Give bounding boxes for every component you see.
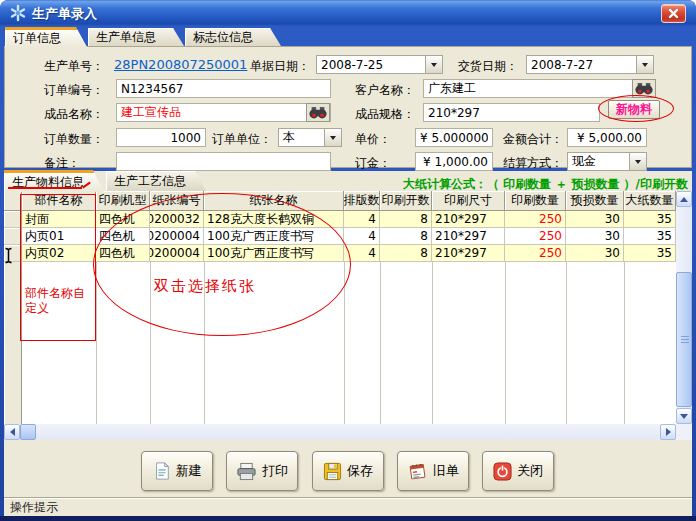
titlebar: 生产单录入 (0, 0, 696, 26)
production-no-value[interactable]: 28PN200807250001 (114, 57, 247, 72)
product-spec-input[interactable] (423, 103, 600, 122)
delivery-date-label: 交货日期： (458, 58, 518, 75)
scroll-right-button[interactable] (660, 424, 676, 440)
tab-flag-info[interactable]: 标志位信息 (185, 28, 281, 46)
order-qty-label: 订单数量： (44, 131, 104, 148)
product-lookup-button[interactable] (306, 103, 330, 122)
amount-label: 金额合计： (503, 131, 563, 148)
product-spec-label: 成品规格： (355, 106, 415, 123)
row-selector[interactable] (4, 211, 22, 228)
order-no-input[interactable] (116, 79, 331, 98)
amount-input[interactable] (567, 128, 647, 147)
col-header-layout-num[interactable]: 排版数 (344, 191, 380, 211)
old-order-button[interactable]: 旧单 (397, 451, 469, 491)
tab-order-info[interactable]: 订单信息 (5, 27, 87, 47)
deposit-label: 订金： (355, 155, 391, 172)
new-material-button[interactable]: 新物料 (608, 100, 660, 119)
order-unit-label: 订单单位： (212, 131, 272, 148)
customer-lookup-button[interactable] (632, 79, 656, 98)
close-window-button[interactable] (661, 4, 686, 23)
production-order-window: 生产单录入 订单信息 生产单信息 标志位信息 生产单号： 28PN2008072… (0, 0, 696, 521)
order-unit-select[interactable]: 本 (278, 128, 342, 147)
app-star-icon (9, 4, 27, 22)
chevron-down-icon[interactable] (629, 153, 646, 170)
big-paper-formula: 大纸计算公式：（ 印刷数量 ＋ 预损数量 ）/印刷开数 (403, 176, 688, 193)
col-header-paper-qty[interactable]: 大纸数量 (624, 191, 676, 211)
print-button[interactable]: 打印 (226, 451, 298, 491)
doc-date-select[interactable]: 2008-7-25 (316, 55, 443, 74)
col-header-print-qty[interactable]: 印刷数量 (505, 191, 566, 211)
arrow-right-icon (666, 428, 671, 436)
product-name-label: 成品名称： (44, 106, 104, 123)
settlement-label: 结算方式： (503, 155, 563, 172)
deposit-input[interactable] (415, 152, 493, 171)
table-row[interactable]: 封面 四色机 10200032 128克大度长鹤双铜 4 8 210*297 2… (4, 211, 676, 228)
chevron-down-icon[interactable] (324, 129, 341, 146)
unit-price-label: 单价： (355, 131, 391, 148)
table-row[interactable]: 内页01 四色机 10200004 100克广西正度书写 4 8 210*297… (4, 228, 676, 245)
production-no-label: 生产单号： (44, 58, 104, 75)
printer-icon (236, 462, 257, 481)
remark-label: 备注： (44, 155, 80, 172)
col-header-paper-name[interactable]: 纸张名称 (204, 191, 344, 211)
arrow-left-icon (10, 428, 15, 436)
table-header-row: 部件名称 印刷机型 纸张编号 纸张名称 排版数 印刷开数 印刷尺寸 印刷数量 预… (4, 191, 676, 211)
window-title: 生产单录入 (32, 5, 97, 23)
old-order-notebook-icon (407, 462, 428, 481)
close-x-icon (668, 8, 679, 19)
status-text: 操作提示 (10, 499, 58, 516)
new-button[interactable]: 新建 (141, 451, 213, 491)
window-bottom-border (0, 516, 696, 521)
close-power-icon (493, 462, 512, 481)
col-header-loss-qty[interactable]: 预损数量 (566, 191, 624, 211)
scroll-down-button[interactable] (676, 408, 692, 424)
horizontal-scroll-thumb[interactable] (20, 424, 36, 440)
doc-date-label: 单据日期： (250, 58, 310, 75)
delivery-date-select[interactable]: 2008-7-27 (526, 55, 654, 74)
close-button[interactable]: 关闭 (482, 451, 554, 491)
binoculars-icon (634, 81, 654, 96)
remark-input[interactable] (116, 152, 331, 171)
settlement-select[interactable]: 现金 (567, 152, 647, 171)
table-row[interactable]: 内页02 四色机 10200004 100克广西正度书写 4 8 210*297… (4, 245, 676, 262)
scrollbar-corner (676, 424, 692, 440)
scroll-left-button[interactable] (4, 424, 20, 440)
row-selector[interactable] (4, 228, 22, 245)
col-header-machine[interactable]: 印刷机型 (96, 191, 150, 211)
product-name-input[interactable] (116, 103, 331, 122)
horizontal-scrollbar[interactable] (4, 424, 676, 440)
vertical-scroll-thumb[interactable] (676, 272, 692, 407)
vertical-scrollbar[interactable] (676, 191, 692, 424)
save-button[interactable]: 保存 (312, 451, 384, 491)
customer-input[interactable] (423, 79, 637, 98)
arrow-up-icon (680, 197, 688, 202)
scroll-up-button[interactable] (676, 191, 692, 207)
status-bar: 操作提示 (4, 497, 692, 516)
save-floppy-icon (323, 462, 342, 481)
binoculars-icon (308, 105, 328, 120)
order-no-label: 订单编号： (44, 82, 104, 99)
tab-material-info[interactable]: 生产物料信息 (4, 170, 104, 192)
arrow-down-icon (680, 414, 688, 419)
col-header-print-size[interactable]: 印刷尺寸 (432, 191, 505, 211)
tab-production-info[interactable]: 生产单信息 (88, 28, 184, 46)
tab-process-info[interactable]: 生产工艺信息 (106, 171, 206, 191)
row-selector-header (4, 191, 22, 211)
col-header-print-cut[interactable]: 印刷开数 (380, 191, 432, 211)
col-header-paper-code[interactable]: 纸张编号 (150, 191, 204, 211)
row-selector-column (4, 262, 22, 424)
chevron-down-icon[interactable] (425, 56, 442, 73)
material-table: 部件名称 印刷机型 纸张编号 纸张名称 排版数 印刷开数 印刷尺寸 印刷数量 预… (4, 191, 676, 424)
unit-price-input[interactable] (415, 128, 493, 147)
row-selector[interactable] (4, 245, 22, 262)
new-document-icon (153, 461, 171, 481)
customer-label: 客户名称： (355, 82, 415, 99)
order-qty-input[interactable] (116, 128, 206, 147)
chevron-down-icon[interactable] (636, 56, 653, 73)
col-header-part-name[interactable]: 部件名称 (22, 191, 96, 211)
